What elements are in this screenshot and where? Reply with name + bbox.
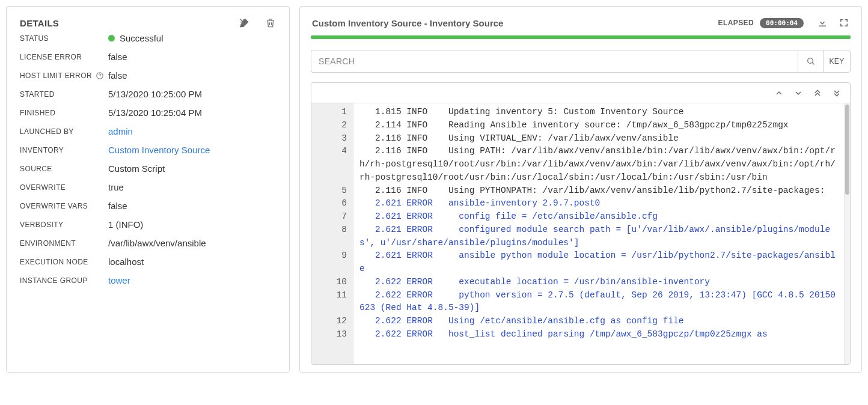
- trash-icon[interactable]: [265, 17, 276, 28]
- status-dot-icon: [108, 35, 115, 41]
- log-line[interactable]: 2.621 ERROR configured module search pat…: [359, 224, 836, 250]
- label-finished: FINISHED: [20, 108, 108, 118]
- value-overwrite: true: [108, 182, 276, 192]
- search-button[interactable]: [798, 50, 823, 73]
- line-number: 11: [311, 289, 353, 315]
- label-overwrite: OVERWRITE: [20, 182, 108, 192]
- status-text: Successful: [120, 33, 164, 43]
- label-instance-group: INSTANCE GROUP: [20, 275, 108, 285]
- line-number: 10: [311, 276, 353, 289]
- value-verbosity: 1 (INFO): [108, 219, 276, 230]
- elapsed-label: ELAPSED: [718, 19, 754, 27]
- link-instance-group[interactable]: tower: [108, 275, 130, 285]
- value-overwrite-vars: false: [108, 201, 276, 211]
- log-line: 1.815 INFO Updating inventory 5: Custom …: [359, 106, 836, 119]
- line-number: 6: [311, 197, 353, 210]
- scrollbar[interactable]: [844, 103, 850, 364]
- line-number: 3: [311, 132, 353, 145]
- log-line[interactable]: 2.621 ERROR ansible python module locati…: [359, 249, 836, 276]
- value-environment: /var/lib/awx/venv/ansible: [108, 238, 276, 248]
- scrollbar-thumb[interactable]: [845, 105, 849, 195]
- log-line: 2.114 INFO Reading Ansible inventory sou…: [359, 119, 836, 132]
- line-number: 1: [311, 106, 353, 119]
- log-lines[interactable]: 1.815 INFO Updating inventory 5: Custom …: [353, 103, 844, 364]
- label-host-limit: HOST LIMIT ERROR: [20, 70, 108, 81]
- log-gutter: 12345678910111213: [311, 103, 353, 364]
- value-launched-by: admin: [108, 126, 276, 136]
- label-verbosity: VERBOSITY: [20, 219, 108, 230]
- details-header: DETAILS: [20, 17, 276, 28]
- label-inventory: INVENTORY: [20, 145, 108, 155]
- details-table: STATUS Successful LICENSE ERROR false HO…: [20, 33, 276, 285]
- value-host-limit: false: [108, 70, 276, 81]
- download-icon[interactable]: [817, 17, 828, 28]
- help-icon[interactable]: [96, 72, 104, 80]
- line-number: 8: [311, 224, 353, 250]
- value-license-error: false: [108, 52, 276, 62]
- log-navbar: [311, 83, 850, 103]
- details-actions: [239, 17, 276, 28]
- link-launched-by[interactable]: admin: [108, 126, 133, 136]
- line-number: 13: [311, 328, 353, 341]
- log-container: 12345678910111213 1.815 INFO Updating in…: [311, 82, 851, 365]
- log-line: 2.116 INFO Using PATH: /var/lib/awx/venv…: [359, 145, 836, 184]
- line-number: 5: [311, 184, 353, 198]
- log-line[interactable]: 2.622 ERROR host_list declined parsing /…: [359, 328, 836, 341]
- expand-icon[interactable]: [839, 17, 849, 28]
- label-execution-node: EXECUTION NODE: [20, 257, 108, 267]
- output-header: Custom Inventory Source - Inventory Sour…: [311, 14, 851, 33]
- line-number: 4: [311, 145, 353, 184]
- label-overwrite-vars: OVERWRITE VARS: [20, 201, 108, 211]
- double-chevron-up-icon[interactable]: [813, 88, 822, 98]
- log-line[interactable]: 2.621 ERROR ansible-inventory 2.9.7.post…: [359, 197, 836, 210]
- label-launched-by: LAUNCHED BY: [20, 126, 108, 136]
- log-line[interactable]: 2.622 ERROR python version = 2.7.5 (defa…: [359, 289, 836, 315]
- label-host-limit-text: HOST LIMIT ERROR: [20, 72, 92, 80]
- value-finished: 5/13/2020 10:25:04 PM: [108, 108, 276, 118]
- details-panel: DETAILS STATUS Successful LICENSE ERROR …: [6, 6, 290, 373]
- line-number: 12: [311, 315, 353, 328]
- value-inventory: Custom Inventory Source: [108, 145, 276, 155]
- details-title: DETAILS: [20, 18, 59, 28]
- log-line: 2.116 INFO Using VIRTUAL_ENV: /var/lib/a…: [359, 132, 836, 145]
- key-button[interactable]: KEY: [823, 50, 851, 73]
- value-started: 5/13/2020 10:25:00 PM: [108, 89, 276, 99]
- relaunch-icon[interactable]: [239, 17, 249, 28]
- progress-bar: [311, 35, 851, 39]
- elapsed-badge: 00:00:04: [760, 18, 804, 28]
- chevron-down-icon[interactable]: [793, 88, 803, 98]
- output-title: Custom Inventory Source - Inventory Sour…: [312, 18, 503, 28]
- log-line: 2.116 INFO Using PYTHONPATH: /var/lib/aw…: [359, 184, 836, 198]
- label-source: SOURCE: [20, 163, 108, 174]
- search-row: KEY: [311, 50, 851, 73]
- double-chevron-down-icon[interactable]: [832, 88, 842, 98]
- label-environment: ENVIRONMENT: [20, 238, 108, 248]
- line-number: 9: [311, 249, 353, 276]
- log-line[interactable]: 2.621 ERROR config file = /etc/ansible/a…: [359, 210, 836, 224]
- value-instance-group: tower: [108, 275, 276, 285]
- log-line[interactable]: 2.622 ERROR Using /etc/ansible/ansible.c…: [359, 315, 836, 328]
- label-status: STATUS: [20, 33, 108, 43]
- line-number: 2: [311, 119, 353, 132]
- log-body: 12345678910111213 1.815 INFO Updating in…: [311, 103, 850, 364]
- output-panel: Custom Inventory Source - Inventory Sour…: [299, 6, 862, 373]
- log-line[interactable]: 2.622 ERROR executable location = /usr/b…: [359, 276, 836, 289]
- link-inventory[interactable]: Custom Inventory Source: [108, 145, 210, 155]
- search-input[interactable]: [311, 50, 798, 73]
- svg-point-1: [807, 58, 813, 64]
- value-source: Custom Script: [108, 163, 276, 174]
- value-execution-node: localhost: [108, 257, 276, 267]
- label-started: STARTED: [20, 89, 108, 99]
- chevron-up-icon[interactable]: [774, 88, 784, 98]
- line-number: 7: [311, 210, 353, 224]
- value-status: Successful: [108, 33, 276, 43]
- label-license-error: LICENSE ERROR: [20, 52, 108, 62]
